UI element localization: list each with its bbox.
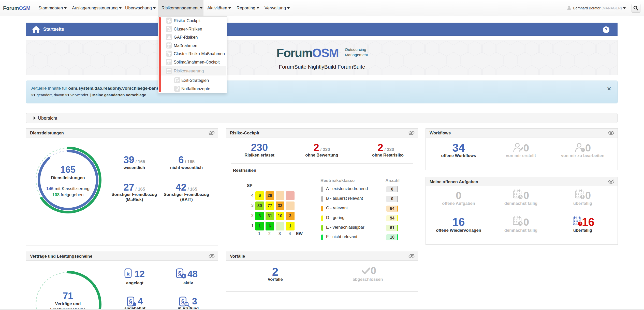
svg-text:§: § xyxy=(126,270,130,277)
svg-text:§: § xyxy=(129,298,132,305)
svg-text:§: § xyxy=(178,270,181,277)
svg-text:§: § xyxy=(181,298,184,305)
